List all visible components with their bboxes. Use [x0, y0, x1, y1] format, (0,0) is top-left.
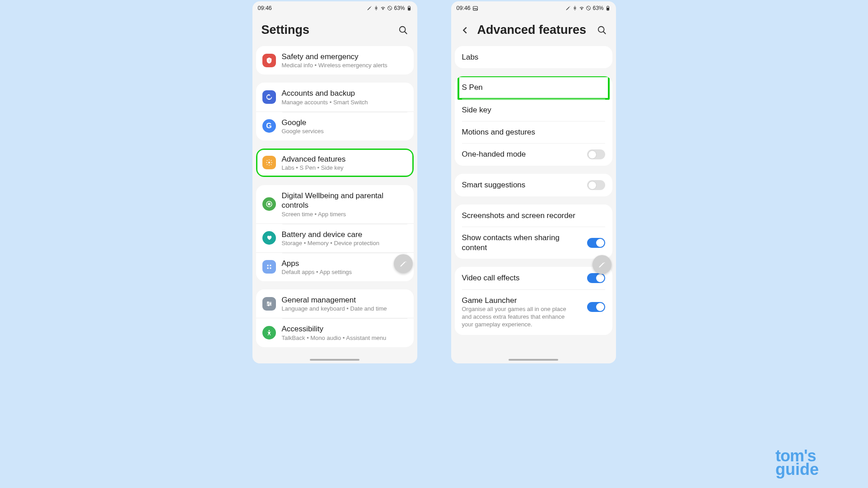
toggle-onehanded[interactable]: [587, 149, 605, 159]
advanced-row-videocall[interactable]: Video call effects: [455, 267, 612, 289]
advanced-row-screenshots[interactable]: Screenshots and screen recorder: [455, 204, 612, 227]
svg-point-14: [270, 303, 271, 304]
settings-group: General management Language and keyboard…: [256, 289, 414, 347]
svg-rect-20: [607, 8, 609, 10]
advanced-row-sidekey[interactable]: Side key: [455, 99, 612, 121]
page-header: Settings: [252, 15, 417, 46]
row-title: General management: [282, 295, 407, 305]
advanced-group: Screenshots and screen recorder Show con…: [455, 204, 612, 259]
brand-line2: guide: [775, 463, 843, 477]
status-time: 09:46: [457, 5, 478, 11]
toggle-smart[interactable]: [587, 180, 605, 190]
row-subtitle: Storage • Memory • Device protection: [282, 240, 407, 246]
battery-care-icon: [262, 231, 276, 245]
row-title: Labs: [462, 52, 605, 62]
search-button[interactable]: [597, 25, 607, 35]
settings-row-advanced[interactable]: Advanced features Labs • S Pen • Side ke…: [256, 149, 414, 177]
safety-icon: !: [262, 54, 276, 67]
advanced-row-labs[interactable]: Labs: [455, 46, 612, 68]
advanced-row-smart[interactable]: Smart suggestions: [455, 174, 612, 196]
toggle-videocall[interactable]: [587, 273, 605, 283]
search-icon: [597, 25, 607, 35]
chevron-left-icon: [460, 25, 470, 35]
row-title: Accessibility: [282, 324, 407, 334]
row-subtitle: Language and keyboard • Date and time: [282, 305, 407, 312]
no-icon: [586, 5, 591, 11]
advanced-group: S Pen Side key Motions and gestures One-…: [455, 76, 612, 166]
advanced-row-gamelauncher[interactable]: Game Launcher Organise all your games al…: [455, 289, 612, 335]
row-title: Accounts and backup: [282, 88, 407, 98]
advanced-row-spen[interactable]: S Pen: [455, 76, 612, 98]
no-icon: [387, 5, 392, 11]
battery-icon: [605, 5, 611, 11]
toggle-contacts[interactable]: [587, 238, 605, 248]
svg-text:!: !: [268, 58, 269, 62]
page-title: Advanced features: [477, 23, 587, 37]
settings-group: ! Safety and emergency Medical info • Wi…: [256, 46, 414, 74]
svg-point-6: [268, 162, 270, 163]
svg-point-12: [270, 268, 271, 270]
nav-pill[interactable]: [509, 359, 558, 361]
row-title: Screenshots and screen recorder: [462, 211, 605, 220]
toggle-gamelauncher[interactable]: [587, 302, 605, 312]
edit-fab[interactable]: [593, 255, 611, 274]
nav-pill[interactable]: [310, 359, 359, 361]
google-icon: G: [262, 119, 276, 133]
search-button[interactable]: [398, 25, 408, 35]
mute-icon: [373, 5, 379, 11]
advanced-row-motions[interactable]: Motions and gestures: [455, 121, 612, 143]
row-title: Game Launcher: [462, 296, 587, 305]
row-title: Apps: [282, 259, 407, 268]
row-title: Video call effects: [462, 273, 587, 283]
settings-row-battery[interactable]: Battery and device care Storage • Memory…: [256, 223, 414, 252]
row-title: Safety and emergency: [282, 52, 407, 61]
svg-point-10: [270, 265, 271, 267]
mute-icon: [572, 5, 578, 11]
advanced-row-contacts[interactable]: Show contacts when sharing content: [455, 227, 612, 259]
accounts-icon: [262, 90, 276, 104]
row-subtitle: Screen time • App timers: [282, 211, 407, 218]
image-icon: [472, 5, 478, 11]
row-subtitle: TalkBack • Mono audio • Assistant menu: [282, 335, 407, 341]
edit-fab[interactable]: [394, 254, 413, 273]
phone-settings: 09:46 63% Settings ! Safety and emergenc…: [252, 1, 417, 363]
svg-point-4: [399, 26, 405, 32]
svg-point-8: [268, 203, 270, 205]
row-subtitle: Labs • S Pen • Side key: [282, 164, 407, 171]
page-header: Advanced features: [451, 15, 616, 46]
battery-icon: [406, 5, 412, 11]
settings-row-accessibility[interactable]: Accessibility TalkBack • Mono audio • As…: [256, 318, 414, 347]
status-bar: 09:46 63%: [252, 1, 417, 15]
row-title: One-handed mode: [462, 149, 587, 159]
status-icons: 63%: [565, 5, 610, 11]
accessibility-icon: [262, 326, 276, 339]
general-icon: [262, 297, 276, 311]
settings-row-google[interactable]: G Google Google services: [256, 112, 414, 140]
advanced-row-onehanded[interactable]: One-handed mode: [455, 143, 612, 166]
back-button[interactable]: [460, 25, 470, 35]
page-title: Settings: [261, 23, 310, 37]
svg-point-15: [268, 305, 269, 306]
search-icon: [398, 25, 408, 35]
wifi-icon: [579, 5, 584, 11]
settings-row-safety[interactable]: ! Safety and emergency Medical info • Wi…: [256, 46, 414, 74]
settings-row-apps[interactable]: Apps Default apps • App settings: [256, 252, 414, 281]
settings-row-accounts[interactable]: Accounts and backup Manage accounts • Sm…: [256, 83, 414, 111]
settings-group-advanced: Advanced features Labs • S Pen • Side ke…: [256, 149, 414, 177]
settings-group: Accounts and backup Manage accounts • Sm…: [256, 83, 414, 140]
svg-rect-2: [408, 8, 410, 10]
row-subtitle: Google services: [282, 128, 407, 135]
pencil-icon: [399, 260, 407, 268]
settings-row-wellbeing[interactable]: Digital Wellbeing and parental controls …: [256, 185, 414, 223]
apps-icon: [262, 260, 276, 274]
row-subtitle: Manage accounts • Smart Switch: [282, 99, 407, 106]
wifi-icon: [380, 5, 386, 11]
pen-icon: [565, 5, 571, 11]
wellbeing-icon: [262, 197, 276, 211]
advanced-group: Video call effects Game Launcher Organis…: [455, 267, 612, 335]
battery-percent: 63%: [394, 5, 405, 11]
settings-row-general[interactable]: General management Language and keyboard…: [256, 289, 414, 318]
row-title: Motions and gestures: [462, 127, 605, 137]
phone-advanced: 09:46 63% Advanced features Labs: [451, 1, 616, 363]
svg-rect-3: [409, 6, 410, 6]
